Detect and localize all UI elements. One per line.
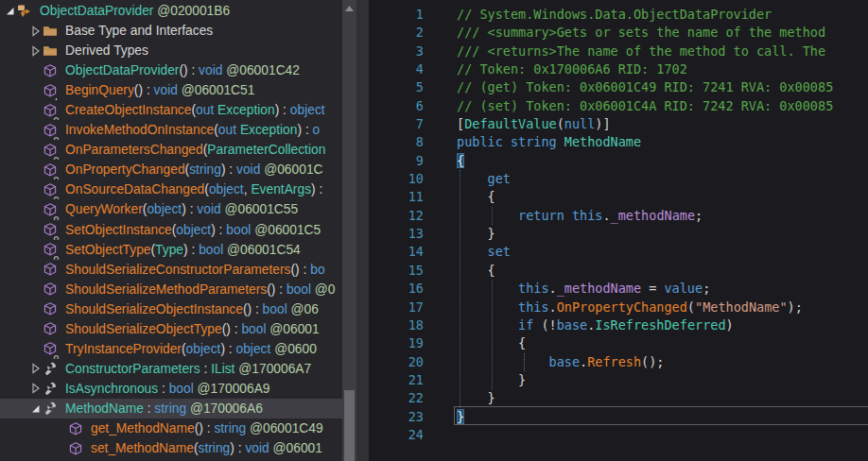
tree-row[interactable]: SetObjectInstance(object) : bool @06001C… — [0, 220, 342, 240]
tree-row-label: CreateObjectInstance(out Exception) : ob… — [65, 100, 325, 120]
code-line-text: /// <summary>Gets or sets the name of th… — [424, 24, 833, 42]
code-line[interactable]: 4// Token: 0x170006A6 RID: 1702 — [369, 60, 868, 78]
tree-row[interactable]: Base Type and Interfaces — [0, 21, 342, 41]
tree-row[interactable]: TryInstanceProvider(object) : object @06… — [0, 339, 342, 359]
code-line[interactable]: 24 — [369, 426, 868, 444]
line-number: 2 — [369, 24, 424, 42]
code-line[interactable]: 17 this.OnPropertyChanged("MethodName"); — [369, 299, 868, 316]
code-line[interactable]: 16 this._methodName = value; — [369, 280, 868, 298]
code-line[interactable]: 6// (set) Token: 0x06001C4A RID: 7242 RV… — [369, 97, 868, 115]
collapse-icon[interactable] — [28, 401, 43, 416]
expand-icon[interactable] — [28, 361, 43, 376]
code-line[interactable]: 5// (get) Token: 0x06001C49 RID: 7241 RV… — [369, 78, 868, 96]
method-lock-icon — [43, 202, 61, 217]
tree-row[interactable]: OnParametersChanged(ParameterCollection — [0, 140, 342, 160]
line-number: 15 — [369, 262, 424, 280]
code-line[interactable]: 15 { — [369, 262, 868, 280]
code-line-text: // (get) Token: 0x06001C49 RID: 7241 RVA… — [424, 78, 833, 96]
tree-row[interactable]: QueryWorker(object) : void @06001C55 — [0, 199, 342, 219]
code-line[interactable]: 20 base.Refresh(); — [369, 353, 868, 371]
expand-icon[interactable] — [28, 381, 43, 396]
expander-placeholder — [28, 103, 43, 118]
expand-icon[interactable] — [28, 43, 43, 59]
code-line-text: this._methodName = value; — [424, 280, 710, 298]
code-line-text: { — [424, 152, 464, 170]
class-icon — [17, 4, 35, 19]
tree-row[interactable]: MethodName : string @170006A6 — [0, 399, 342, 418]
folder-icon — [43, 43, 61, 59]
method-lock-icon — [43, 103, 61, 118]
tree-row[interactable]: OnPropertyChanged(string) : void @06001C — [0, 160, 342, 179]
code-line-text: return this._methodName; — [424, 207, 703, 225]
code-line-text: } — [424, 408, 464, 426]
code-line-text: get — [424, 170, 511, 188]
line-number: 13 — [369, 225, 424, 243]
tree-row[interactable]: BeginQuery() : void @06001C51 — [0, 80, 342, 100]
line-number: 14 — [369, 243, 424, 261]
tree-row[interactable]: ObjectDataProvider @020001B6 — [0, 1, 342, 21]
code-line[interactable]: 14 set — [369, 243, 868, 261]
tree-row[interactable]: ConstructorParameters : IList @170006A7 — [0, 359, 342, 379]
scrollbar-thumb[interactable] — [344, 390, 355, 461]
panel-splitter[interactable] — [356, 0, 369, 461]
code-line[interactable]: 11 { — [369, 188, 868, 206]
tree-row-label: InvokeMethodOnInstance(out Exception) : … — [65, 120, 320, 140]
code-line[interactable]: 22 } — [369, 389, 868, 407]
line-number: 22 — [369, 389, 424, 407]
tree-row[interactable]: ShouldSerializeMethodParameters() : bool… — [0, 280, 342, 299]
code-line[interactable]: 10 get — [369, 170, 868, 188]
expander-placeholder — [28, 63, 43, 78]
code-line[interactable]: 1// System.Windows.Data.ObjectDataProvid… — [369, 6, 868, 24]
tree-row[interactable]: Derived Types — [0, 41, 342, 60]
tree-row-label: ShouldSerializeMethodParameters() : bool… — [65, 280, 336, 299]
tree-scrollbar[interactable] — [342, 0, 356, 461]
tree-row-label: get_MethodName() : string @06001C49 — [91, 418, 323, 438]
line-number: 12 — [369, 207, 424, 225]
tree-row-label: OnParametersChanged(ParameterCollection — [65, 140, 325, 160]
expand-icon[interactable] — [28, 24, 43, 39]
tree-row-label: TryInstanceProvider(object) : object @06… — [65, 339, 317, 359]
tree-row[interactable]: IsAsynchronous : bool @170006A9 — [0, 379, 342, 399]
expander-placeholder — [28, 321, 43, 336]
code-line[interactable]: 19 { — [369, 334, 868, 352]
tree-row-label: ObjectDataProvider @020001B6 — [40, 1, 230, 21]
tree-row[interactable]: ShouldSerializeConstructorParameters() :… — [0, 260, 342, 280]
property-icon — [43, 401, 61, 416]
tree-row-label: MethodName : string @170006A6 — [65, 399, 263, 418]
code-line[interactable]: 23} — [369, 408, 868, 426]
tree-row[interactable]: ObjectDataProvider() : void @06001C42 — [0, 60, 342, 80]
tree-row[interactable]: CreateObjectInstance(out Exception) : ob… — [0, 100, 342, 120]
code-line[interactable]: 21 } — [369, 371, 868, 389]
tree-row-label: Base Type and Interfaces — [65, 21, 213, 41]
tree-row[interactable]: OnSourceDataChanged(object, EventArgs) : — [0, 179, 342, 199]
code-line[interactable]: 12 return this._methodName; — [369, 207, 868, 225]
tree-row[interactable]: InvokeMethodOnInstance(out Exception) : … — [0, 120, 342, 140]
folder-icon — [43, 24, 61, 39]
tree-row-label: ShouldSerializeObjectType() : bool @0600… — [65, 319, 320, 339]
lock-overlay-icon — [52, 151, 61, 160]
tree-row-label: SetObjectInstance(object) : bool @06001C… — [65, 220, 321, 240]
code-line[interactable]: 18 if (!base.IsRefreshDeferred) — [369, 316, 868, 334]
code-line[interactable]: 13 } — [369, 225, 868, 243]
tree-row[interactable]: SetObjectType(Type) : bool @06001C54 — [0, 240, 342, 260]
line-number: 18 — [369, 316, 424, 334]
code-line[interactable]: 3/// <returns>The name of the method to … — [369, 43, 868, 60]
line-number: 16 — [369, 280, 424, 298]
method-lock-icon — [43, 341, 61, 356]
lock-overlay-icon — [52, 131, 61, 140]
code-line[interactable]: 9{ — [369, 152, 868, 170]
method-lock-icon — [43, 242, 61, 257]
tree-row[interactable]: set_MethodName(string) : void @06001 — [0, 438, 342, 458]
scroll-up-icon[interactable] — [342, 3, 356, 14]
collapse-icon[interactable] — [3, 4, 17, 19]
line-number: 1 — [369, 6, 424, 24]
code-editor-panel[interactable]: 1// System.Windows.Data.ObjectDataProvid… — [369, 0, 868, 461]
code-line[interactable]: 7[DefaultValue(null)] — [369, 115, 868, 133]
code-line[interactable]: 8public string MethodName — [369, 133, 868, 151]
tree-row[interactable]: get_MethodName() : string @06001C49 — [0, 418, 342, 438]
tree-row-label: BeginQuery() : void @06001C51 — [65, 80, 254, 100]
code-line[interactable]: 2/// <summary>Gets or sets the name of t… — [369, 24, 868, 42]
tree-row[interactable]: ShouldSerializeObjectType() : bool @0600… — [0, 319, 342, 339]
tree-row[interactable]: ShouldSerializeObjectInstance() : bool @… — [0, 299, 342, 319]
code-line-text: } — [424, 225, 495, 243]
